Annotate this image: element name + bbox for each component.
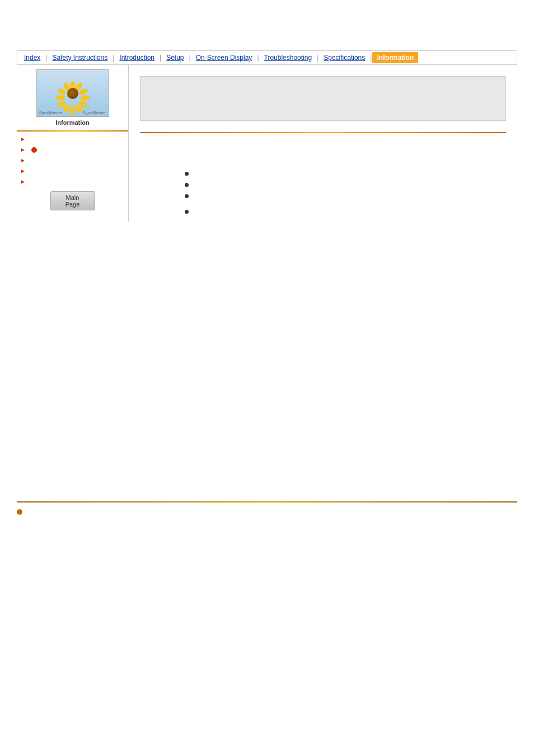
nav-troubleshooting[interactable]: Troubleshooting	[260, 52, 317, 63]
sidebar-nav-item-1[interactable]: ►	[17, 134, 128, 144]
bullet-item-4	[185, 205, 506, 216]
arrow-icon-2: ►	[20, 147, 26, 153]
screen-area	[37, 70, 109, 116]
sunflower-image	[59, 79, 87, 107]
bullet-dot-1	[185, 172, 189, 176]
sidebar-nav-item-2[interactable]: ►	[17, 144, 128, 155]
content-bullet-list	[185, 167, 506, 216]
nav-safety[interactable]: Safety Instructions	[48, 52, 112, 63]
arrow-icon-5: ►	[20, 179, 26, 185]
label-left: SyncMaster	[39, 110, 63, 115]
nav-index[interactable]: Index	[20, 52, 45, 63]
arrow-icon-3: ►	[20, 157, 26, 163]
content-divider	[140, 132, 506, 133]
main-page-button[interactable]: Main Page	[50, 191, 95, 210]
bullet-dot-3	[185, 194, 189, 198]
main-content: SyncMaster SyncMaster Information ► ► ► …	[17, 65, 517, 222]
bullet-dot-2	[185, 183, 189, 187]
sidebar-divider	[17, 130, 128, 132]
navigation-bar: Index | Safety Instructions | Introducti…	[17, 50, 517, 65]
sidebar-nav-item-5[interactable]: ►	[17, 176, 128, 187]
nav-information[interactable]: Information	[372, 52, 418, 63]
nav-specifications[interactable]: Specifications	[319, 52, 369, 63]
content-area	[129, 65, 517, 222]
sidebar-nav-item-4[interactable]: ►	[17, 166, 128, 176]
bullet-item-3	[185, 189, 506, 200]
bottom-bullet-dot	[17, 509, 22, 515]
content-gray-box	[140, 76, 506, 121]
flower-center	[67, 88, 78, 99]
sidebar: SyncMaster SyncMaster Information ► ► ► …	[17, 65, 129, 222]
nav-introduction[interactable]: Introduction	[115, 52, 159, 63]
bottom-bullet-row	[17, 507, 517, 517]
monitor-labels: SyncMaster SyncMaster	[37, 110, 109, 115]
bottom-divider	[17, 501, 517, 503]
label-right: SyncMaster	[82, 110, 106, 115]
nav-osd[interactable]: On-Screen Display	[191, 52, 257, 63]
sidebar-image: SyncMaster SyncMaster	[36, 69, 109, 117]
bullet-item-1	[185, 167, 506, 178]
sidebar-bullet-2	[31, 147, 37, 153]
sidebar-section-label: Information	[17, 117, 128, 130]
sidebar-nav-item-3[interactable]: ►	[17, 155, 128, 166]
bullet-item-2	[185, 178, 506, 189]
arrow-icon-4: ►	[20, 168, 26, 174]
bullet-dot-4	[185, 210, 189, 214]
arrow-icon-1: ►	[20, 136, 26, 142]
bottom-section	[17, 501, 517, 517]
nav-setup[interactable]: Setup	[162, 52, 188, 63]
